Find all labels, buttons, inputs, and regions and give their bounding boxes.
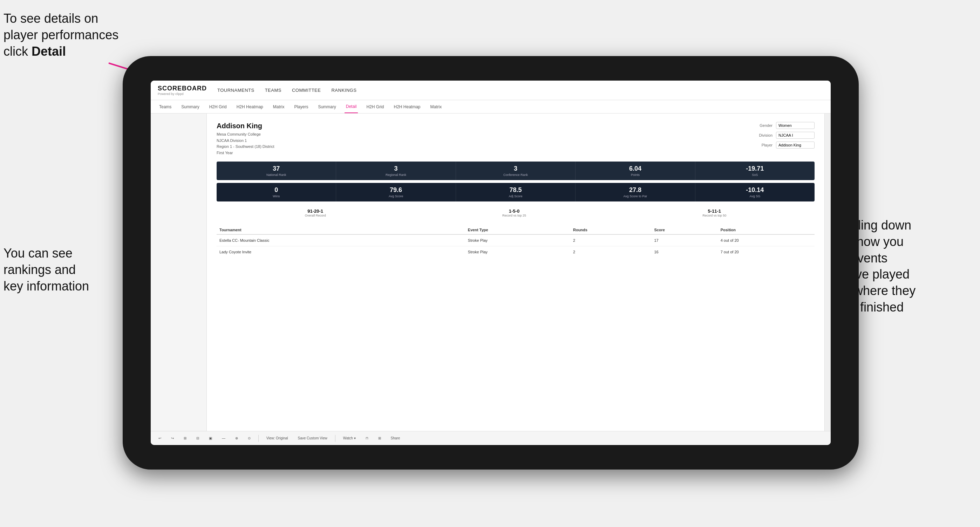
stat-value-avg-score-par: 27.8 [578,186,692,194]
stat-label-national-rank: National Rank [220,173,333,176]
table-row: Estella CC- Mountain Classic Stroke Play… [216,235,815,246]
rounds-1: 2 [570,235,651,246]
stat-label-avg-sg: Avg SG [698,194,812,198]
stat-label-points: Points [578,173,692,176]
rounds-2: 2 [570,246,651,258]
col-position: Position [718,225,815,235]
player-label: Player [754,143,773,147]
toolbar-watch[interactable]: Watch ▾ [341,435,358,441]
col-event-type: Event Type [465,225,570,235]
sub-nav-h2h-heatmap2[interactable]: H2H Heatmap [392,100,422,113]
sub-nav-teams[interactable]: Teams [158,100,173,113]
event-type-1: Stroke Play [465,235,570,246]
stat-wins: 0 Wins [216,183,336,202]
sub-nav-summary2[interactable]: Summary [317,100,337,113]
col-tournament: Tournament [216,225,442,235]
stat-value-national-rank: 37 [220,165,333,172]
gender-label: Gender [754,123,773,127]
stat-regional-rank: 3 Regional Rank [336,162,456,180]
records-row: 91-20-1 Overall Record 1-5-0 Record vs t… [216,206,815,220]
toolbar-btn4[interactable]: — [220,435,228,441]
player-select[interactable]: Addison King [776,141,815,149]
logo-scoreboard: SCOREBOARD [158,85,207,92]
stat-value-regional-rank: 3 [339,165,452,172]
gender-select[interactable]: Women Men [776,122,815,129]
toolbar-btn6[interactable]: ⊙ [246,435,253,441]
stat-conference-rank: 3 Conference Rank [456,162,576,180]
filter-player-row: Player Addison King [754,141,815,149]
position-2: 7 out of 20 [718,246,815,258]
record-label-overall: Overall Record [305,214,326,217]
stat-value-sos: -19.71 [698,165,812,172]
toolbar-btn7[interactable]: ⊓ [363,435,371,441]
stat-avg-sg: -10.14 Avg SG [695,183,815,202]
main-nav: TOURNAMENTS TEAMS COMMITTEE RANKINGS [217,87,356,93]
stat-value-avg-sg: -10.14 [698,186,812,194]
toolbar-btn1[interactable]: ⊞ [181,435,189,441]
tournament-name-2: Lady Coyote Invite [216,246,442,258]
bottom-toolbar: ↩ ↪ ⊞ ⊟ ▣ — ⊕ ⊙ View: Original Save Cust… [151,431,831,445]
right-sidebar [824,114,831,431]
sub-nav: Teams Summary H2H Grid H2H Heatmap Matri… [151,100,831,114]
tablet-frame: SCOREBOARD Powered by clippd TOURNAMENTS… [123,56,859,470]
stat-label-avg-score: Avg Score [339,194,452,198]
stat-national-rank: 37 National Rank [216,162,336,180]
tablet-screen: SCOREBOARD Powered by clippd TOURNAMENTS… [151,81,831,445]
record-top25: 1-5-0 Record vs top 25 [502,208,526,217]
player-region: Region 1 - Southwest (18) District [216,144,274,150]
toolbar-separator2 [335,435,336,442]
sub-nav-summary[interactable]: Summary [180,100,200,113]
nav-teams[interactable]: TEAMS [265,87,282,93]
stat-points: 6.04 Points [576,162,695,180]
sub-nav-h2h-grid[interactable]: H2H Grid [208,100,228,113]
table-row: Lady Coyote Invite Stroke Play 2 16 7 ou… [216,246,815,258]
logo-area: SCOREBOARD Powered by clippd [158,85,207,96]
main-content[interactable]: Addison King Mesa Community College NJCA… [207,114,824,431]
player-year: First Year [216,150,274,156]
nav-rankings[interactable]: RANKINGS [331,87,356,93]
toolbar-btn8[interactable]: ⊞ [376,435,383,441]
record-label-top25: Record vs top 25 [502,214,526,217]
content-area: Addison King Mesa Community College NJCA… [151,114,831,431]
stat-label-sos: SoS [698,173,812,176]
score-2: 16 [651,246,718,258]
stat-adj-score: 78.5 Adj Score [456,183,576,202]
player-filters: Gender Women Men Division NJCAA I [754,122,815,156]
toolbar-undo[interactable]: ↩ [156,435,163,441]
record-value-top25: 1-5-0 [502,208,526,214]
stat-value-conference-rank: 3 [459,165,573,172]
record-label-top50: Record vs top 50 [702,214,726,217]
toolbar-view-original[interactable]: View: Original [264,435,290,441]
sub-nav-detail[interactable]: Detail [345,100,358,113]
sub-nav-matrix2[interactable]: Matrix [429,100,443,113]
toolbar-redo[interactable]: ↪ [169,435,176,441]
stat-label-avg-score-par: Avg Score to Par [578,194,692,198]
annotation-top-left: To see details onplayer performancesclic… [3,11,137,60]
record-value-top50: 5-11-1 [702,208,726,214]
player-info: Addison King Mesa Community College NJCA… [216,122,274,156]
sub-nav-h2h-heatmap[interactable]: H2H Heatmap [235,100,265,113]
stat-label-conference-rank: Conference Rank [459,173,573,176]
app-container: SCOREBOARD Powered by clippd TOURNAMENTS… [151,81,831,445]
toolbar-save-custom[interactable]: Save Custom View [296,435,329,441]
col-score: Score [651,225,718,235]
logo-powered: Powered by clippd [158,92,207,96]
tournament-empty-1 [442,235,465,246]
toolbar-btn5[interactable]: ⊕ [233,435,240,441]
tournament-name-1: Estella CC- Mountain Classic [216,235,442,246]
record-overall: 91-20-1 Overall Record [305,208,326,217]
nav-tournaments[interactable]: TOURNAMENTS [217,87,255,93]
sub-nav-matrix[interactable]: Matrix [272,100,286,113]
sub-nav-players[interactable]: Players [293,100,310,113]
sub-nav-h2h-grid2[interactable]: H2H Grid [365,100,385,113]
player-division: NJCAA Division 1 [216,138,274,144]
division-select[interactable]: NJCAA I [776,132,815,139]
stat-label-wins: Wins [220,194,333,198]
record-value-overall: 91-20-1 [305,208,326,214]
nav-committee[interactable]: COMMITTEE [292,87,321,93]
toolbar-btn2[interactable]: ⊟ [194,435,201,441]
left-sidebar [151,114,207,431]
toolbar-btn3[interactable]: ▣ [207,435,214,441]
toolbar-share[interactable]: Share [389,435,402,441]
stat-avg-score: 79.6 Avg Score [336,183,456,202]
